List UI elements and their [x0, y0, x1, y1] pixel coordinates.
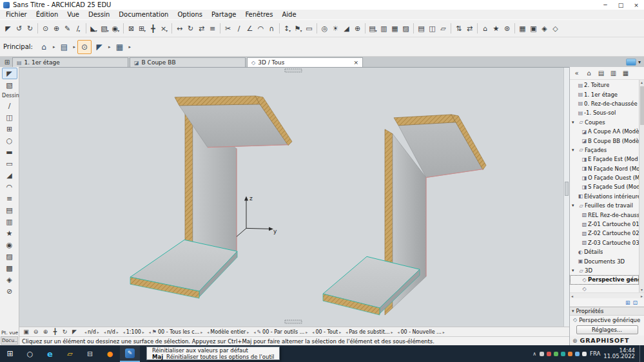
zone-tool[interactable]: ▨	[2, 251, 17, 262]
pick-up-parameters-icon[interactable]: ⊙	[40, 23, 51, 34]
tray-icon[interactable]	[561, 352, 565, 356]
tree-item[interactable]: ▧Z-03 Cartouche 03 (I	[570, 238, 639, 247]
quick-views-icon[interactable]	[626, 59, 636, 66]
view-map-icon[interactable]: ▤	[596, 68, 607, 79]
rotate-icon[interactable]: ↻	[185, 23, 196, 34]
eraser-icon[interactable]: ⊠	[126, 23, 137, 34]
clone-folder-icon[interactable]: ⊞	[625, 300, 630, 306]
tree-item[interactable]: ◇Perspective générique	[570, 275, 639, 284]
door-tool[interactable]: ◫	[2, 111, 17, 123]
next-arrow-icon[interactable]: ▸	[306, 330, 307, 334]
dropdown-arrow-icon[interactable]: ▾	[78, 28, 80, 34]
scroll-down-icon[interactable]: ▾	[641, 287, 643, 292]
fit-in-window-icon[interactable]: ▣	[21, 329, 31, 335]
layout-book-icon[interactable]: ▥	[608, 68, 619, 79]
tab-floor-plan[interactable]: ▤1. 1er étage	[12, 57, 128, 67]
prev-arrow-icon[interactable]: ◂	[104, 330, 106, 334]
next-arrow-icon[interactable]: ▸	[117, 330, 119, 334]
menu-item[interactable]: Édition	[32, 11, 63, 18]
tab-close-icon[interactable]: ×	[353, 59, 358, 66]
menu-item[interactable]: Fichier	[1, 11, 32, 18]
chevron-down-icon[interactable]: ▾	[572, 203, 578, 208]
prev-arrow-icon[interactable]: ◂	[397, 330, 399, 334]
quickbar-field[interactable]: ◂n/d▸	[84, 329, 99, 335]
surfaces-icon[interactable]: ▦	[389, 23, 400, 34]
tracker-icon[interactable]: ◈	[539, 23, 550, 34]
intersect-icon[interactable]: ∩	[266, 23, 277, 34]
stories-icon[interactable]: ▤	[416, 23, 427, 34]
next-arrow-icon[interactable]: ▸	[443, 330, 445, 334]
menu-item[interactable]: Documentation	[114, 11, 173, 18]
window-tool[interactable]: ⊞	[2, 123, 17, 135]
taskbar-app-firefox[interactable]: ●	[100, 345, 120, 362]
control-box-icon[interactable]: ◇	[550, 23, 561, 34]
marquee-tool[interactable]: ▧	[2, 79, 17, 91]
language-indicator[interactable]: FRA	[590, 350, 600, 357]
tree-item[interactable]: ◨S Façade Sud (Mod	[570, 182, 639, 191]
project-map-icon[interactable]: ⌂	[583, 68, 594, 79]
properties-header[interactable]: ▾ Propriétés	[570, 307, 644, 316]
splitter-handle-bottom[interactable]	[285, 320, 302, 323]
menu-item[interactable]: Dessin	[84, 11, 114, 18]
tree-item[interactable]: ▤2. Toiture	[570, 81, 639, 90]
scroll-left-icon[interactable]: ◂	[571, 294, 573, 298]
dropdown-arrow-icon[interactable]: ▾	[166, 28, 168, 34]
settings-icon[interactable]: ⊛	[502, 23, 512, 34]
curtain-wall-tool[interactable]: ▥	[2, 216, 17, 227]
next-arrow-icon[interactable]: ▸	[247, 330, 249, 334]
chevron-down-icon[interactable]: ▾	[572, 309, 574, 314]
dropdown-arrow-icon[interactable]: ▾	[95, 28, 97, 34]
library-manager-icon[interactable]: ⌂	[480, 23, 491, 34]
tree-item[interactable]: ▾▱Feuilles de travail	[570, 201, 639, 210]
maximize-button[interactable]: □	[613, 0, 629, 10]
guide-lines-icon[interactable]: ╋	[148, 23, 159, 34]
dropdown-arrow-icon[interactable]: ▾	[144, 28, 146, 34]
marquee-select-icon[interactable]: ▧▾	[99, 23, 110, 34]
pointer-icon[interactable]: ◤	[3, 23, 14, 34]
tray-icon[interactable]	[568, 352, 572, 356]
opening-tool[interactable]: ⊘	[2, 285, 17, 297]
object-tool[interactable]: ★	[2, 227, 17, 239]
tree-item[interactable]: ◨E Façade Est (Mod	[570, 155, 639, 164]
quick-select-icon[interactable]: ◉▾	[110, 23, 121, 34]
next-arrow-icon[interactable]: ▸	[339, 330, 341, 334]
tray-icon[interactable]	[582, 352, 587, 356]
tree-item[interactable]: ◨O Façade Ouest (Mo	[570, 173, 639, 182]
menu-item[interactable]: Fenêtres	[240, 11, 277, 18]
shell-tool[interactable]: ◠	[2, 181, 17, 193]
roof-tool[interactable]: ◢	[2, 169, 17, 181]
settings-button[interactable]: Réglages...	[576, 325, 638, 334]
minimize-button[interactable]: ─	[598, 0, 613, 10]
tree-item[interactable]: ▧Z-01 Cartouche 01 (I	[570, 220, 639, 229]
chevron-down-icon[interactable]: ▾	[572, 120, 578, 125]
prev-arrow-icon[interactable]: ◂	[346, 330, 347, 334]
navigator-scrollbar[interactable]: ▴ ▾	[639, 80, 644, 292]
pen-color-icon[interactable]: ✎	[62, 23, 73, 34]
splitter-handle-top[interactable]	[285, 69, 302, 72]
label-icon[interactable]: ⚑▾	[293, 23, 304, 34]
element-info-icon[interactable]: ▣	[528, 23, 539, 34]
tree-item[interactable]: ▤1. 1er étage	[570, 90, 639, 99]
tree-item[interactable]: ◪B Coupe BB (Modèle	[570, 136, 639, 145]
prev-arrow-icon[interactable]: ◂	[84, 330, 86, 334]
building-materials-icon[interactable]: ▨	[400, 23, 411, 34]
view-chooser-button[interactable]: ▤	[57, 40, 72, 54]
taskbar-app-store[interactable]: ⊟	[80, 345, 100, 362]
3d-viewport[interactable]: z y	[19, 67, 569, 327]
3d-cutaway-icon[interactable]: ◢	[341, 23, 352, 34]
chevron-down-icon[interactable]: ▾	[572, 268, 578, 273]
inject-parameters-icon[interactable]: ⊕	[51, 23, 62, 34]
next-arrow-icon[interactable]: ▸	[72, 44, 77, 50]
worksheet-tool-icon[interactable]: ▱	[438, 23, 449, 34]
show-desktop-button[interactable]	[639, 345, 642, 362]
teamwork-send-icon[interactable]: ⇅	[453, 23, 464, 34]
tab-section[interactable]: ◪B Coupe BB	[130, 57, 246, 67]
tree-item[interactable]: ◐Détails	[570, 247, 639, 256]
navigator-hscrollbar[interactable]: ◂ ▸	[570, 292, 644, 298]
quickbar-field[interactable]: ◂✎00 - Par outils ...▸	[253, 329, 307, 335]
close-button[interactable]: ×	[629, 0, 644, 10]
next-arrow-icon[interactable]: ▸	[142, 330, 144, 334]
selection-arrow-icon[interactable]: ◣▾	[88, 23, 99, 34]
viewport-scrollbar[interactable]	[563, 68, 569, 327]
tray-chevron-icon[interactable]: ∧	[532, 351, 536, 357]
